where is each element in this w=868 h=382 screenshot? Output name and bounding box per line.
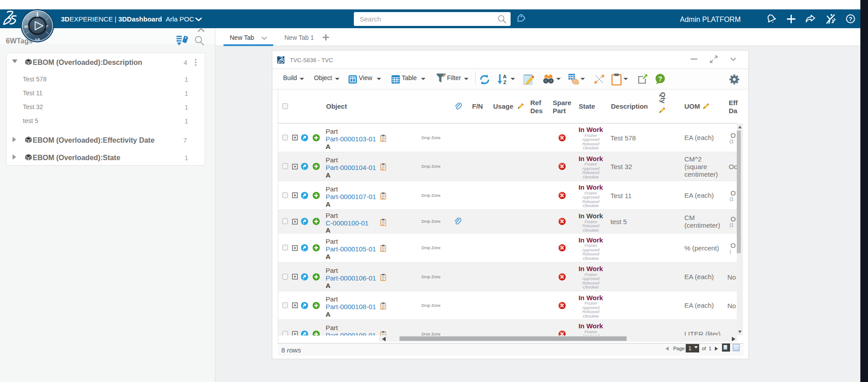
- svg-text:A: A: [503, 74, 507, 79]
- svg-text:V,R: V,R: [35, 38, 40, 42]
- svg-text:i²: i²: [46, 25, 48, 29]
- svg-text:?: ?: [658, 75, 662, 82]
- svg-text:3D: 3D: [24, 25, 29, 29]
- svg-text:?: ?: [849, 16, 852, 22]
- svg-text:Z: Z: [503, 80, 507, 85]
